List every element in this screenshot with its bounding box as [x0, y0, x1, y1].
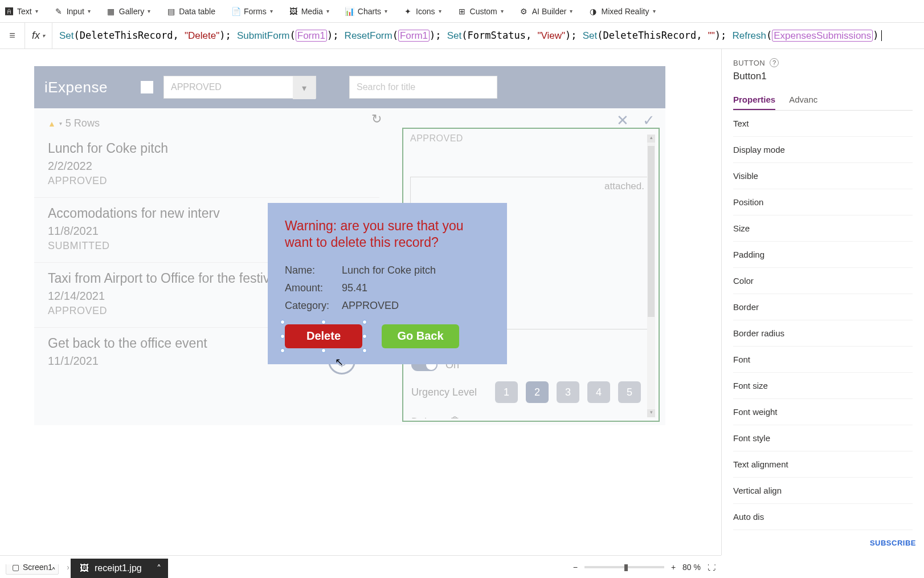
gallery-icon: ▦	[107, 7, 116, 16]
ai-icon: ⚙	[520, 7, 529, 16]
app-title: iExpense	[44, 79, 108, 96]
control-name[interactable]: Button1	[733, 71, 913, 82]
forms-icon: 📄	[231, 7, 240, 16]
insert-ribbon: 🅰Text▾ ✎Input▾ ▦Gallery▾ ▤Data table 📄Fo…	[0, 0, 924, 23]
media-icon: 🖼	[289, 7, 298, 16]
prop-verticalalign[interactable]: Vertical align	[733, 478, 913, 504]
table-icon: ▤	[166, 7, 175, 16]
canvas-workspace: iExpense APPROVED ▾ Search for title ▲ ▾…	[0, 49, 721, 555]
urgency-level-3[interactable]: 3	[557, 381, 579, 403]
input-icon: ✎	[54, 7, 63, 16]
icons-icon: ✦	[403, 7, 412, 16]
delete-button[interactable]: Delete	[285, 324, 362, 348]
chevron-down-icon: ▾	[439, 8, 441, 14]
modal-category-value: APPROVED	[342, 300, 399, 312]
urgency-level-2[interactable]: 2	[526, 381, 549, 403]
subscribe-watermark: SUBSCRIBE	[870, 539, 916, 547]
image-icon: 🖼	[80, 563, 89, 573]
charts-icon: 📊	[345, 7, 354, 16]
item-date: 2/2/2022	[48, 160, 374, 173]
delete-label: Delete	[411, 416, 441, 419]
prop-fontsize[interactable]: Font size	[733, 373, 913, 399]
chevron-down-icon: ▾	[35, 8, 38, 14]
chevron-down-icon: ▾	[88, 8, 91, 14]
ribbon-icons[interactable]: ✦Icons▾	[403, 7, 441, 16]
form-scrollbar[interactable]: ▴ ▾	[647, 135, 655, 417]
urgency-level-4[interactable]: 4	[587, 381, 610, 403]
chevron-up-icon[interactable]: ˄	[48, 564, 59, 578]
filter-checkbox[interactable]	[141, 81, 153, 93]
dropdown-value: APPROVED	[171, 82, 222, 92]
properties-panel: BUTTON? Button1 Properties Advanc Text D…	[721, 49, 924, 555]
ribbon-gallery[interactable]: ▦Gallery▾	[107, 7, 150, 16]
cursor-icon: ↖	[335, 356, 344, 368]
item-title: Lunch for Coke pitch	[48, 141, 374, 156]
prop-position[interactable]: Position	[733, 189, 913, 215]
modal-title: Warning: are you sure that you want to d…	[285, 218, 490, 251]
ribbon-media[interactable]: 🖼Media▾	[289, 7, 329, 16]
download-chip[interactable]: 🖼 receipt1.jpg ˄	[71, 559, 168, 578]
ribbon-mixedreality[interactable]: ◑Mixed Reality▾	[588, 7, 655, 16]
modal-name-value: Lunch for Coke pitch	[342, 264, 436, 276]
prop-displaymode[interactable]: Display mode	[733, 137, 913, 163]
modal-category-label: Category:	[285, 300, 330, 312]
prop-padding[interactable]: Padding	[733, 242, 913, 268]
status-dropdown[interactable]: APPROVED ▾	[163, 76, 316, 99]
info-icon[interactable]: ?	[770, 58, 779, 67]
detail-status: APPROVED	[406, 131, 656, 146]
fx-label[interactable]: fx▾	[25, 23, 52, 48]
modal-amount-label: Amount:	[285, 282, 330, 294]
ribbon-custom[interactable]: ⊞Custom▾	[457, 7, 504, 16]
formula-bar: ≡ fx▾ Set(DeleteThisRecord, "Delete"); S…	[0, 23, 924, 49]
ribbon-forms[interactable]: 📄Forms▾	[231, 7, 273, 16]
scrollbar-thumb[interactable]	[648, 146, 655, 317]
prop-fontstyle[interactable]: Font style	[733, 425, 913, 451]
chevron-down-icon: ▾	[42, 32, 45, 39]
prop-visible[interactable]: Visible	[733, 163, 913, 189]
prop-font[interactable]: Font	[733, 347, 913, 373]
refresh-icon[interactable]: ↻	[371, 112, 382, 127]
tab-advanced[interactable]: Advanc	[789, 90, 817, 110]
prop-fontweight[interactable]: Font weight	[733, 399, 913, 425]
prop-size[interactable]: Size	[733, 215, 913, 242]
mr-icon: ◑	[588, 7, 598, 16]
prop-border[interactable]: Border	[733, 294, 913, 320]
text-icon: 🅰	[5, 7, 14, 16]
control-type: BUTTON?	[733, 58, 913, 67]
search-input[interactable]: Search for title	[349, 76, 497, 99]
scroll-down-icon[interactable]: ▾	[647, 409, 655, 417]
list-item[interactable]: Lunch for Coke pitch 2/2/2022 APPROVED	[34, 133, 387, 198]
prop-autodisable[interactable]: Auto dis	[733, 504, 913, 530]
urgency-label: Urgency Level	[411, 386, 477, 398]
prop-text[interactable]: Text	[733, 111, 913, 137]
chevron-down-icon: ▾	[653, 8, 656, 14]
scroll-up-icon[interactable]: ▴	[647, 135, 655, 143]
go-back-button[interactable]: Go Back	[382, 324, 459, 348]
ribbon-aibuilder[interactable]: ⚙AI Builder▾	[520, 7, 573, 16]
ribbon-input[interactable]: ✎Input▾	[54, 7, 91, 16]
chevron-down-icon: ▾	[326, 8, 329, 14]
tab-properties[interactable]: Properties	[733, 90, 775, 110]
app-header: iExpense APPROVED ▾ Search for title	[34, 66, 665, 108]
prop-color[interactable]: Color	[733, 268, 913, 294]
chevron-up-icon[interactable]: ˄	[157, 563, 161, 574]
trash-icon[interactable]: 🗑	[449, 414, 461, 418]
attachment-text: attached.	[604, 181, 644, 192]
chevron-down-icon: ▾	[293, 76, 316, 99]
accept-icon[interactable]: ✓	[643, 112, 655, 129]
ribbon-charts[interactable]: 📊Charts▾	[345, 7, 387, 16]
prop-textalign[interactable]: Text alignment	[733, 451, 913, 478]
close-icon[interactable]: ✕	[616, 112, 629, 129]
file-name: receipt1.jpg	[95, 563, 142, 573]
ribbon-text[interactable]: 🅰Text▾	[5, 7, 38, 16]
prop-borderradius[interactable]: Border radius	[733, 320, 913, 347]
urgency-level-5[interactable]: 5	[618, 381, 641, 403]
formula-input[interactable]: Set(DeleteThisRecord, "Delete"); SubmitF…	[52, 30, 924, 42]
chevron-down-icon: ▾	[570, 8, 573, 14]
hamburger-icon[interactable]: ≡	[0, 23, 25, 48]
ribbon-datatable[interactable]: ▤Data table	[166, 7, 215, 16]
urgency-level-1[interactable]: 1	[495, 381, 518, 403]
warning-icon: ▲	[48, 119, 56, 128]
chevron-down-icon: ▾	[385, 8, 387, 14]
modal-amount-value: 95.41	[342, 282, 367, 294]
